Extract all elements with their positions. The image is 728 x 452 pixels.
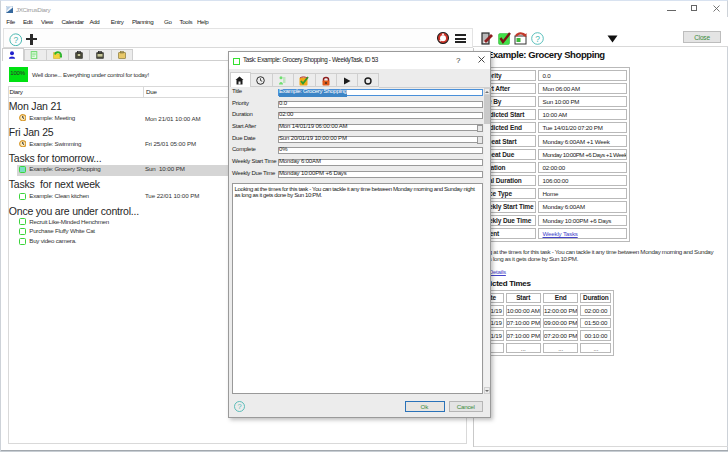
svg-text:?: ?	[13, 34, 18, 44]
svg-text:?: ?	[535, 34, 540, 44]
svg-text:?: ?	[237, 402, 241, 411]
